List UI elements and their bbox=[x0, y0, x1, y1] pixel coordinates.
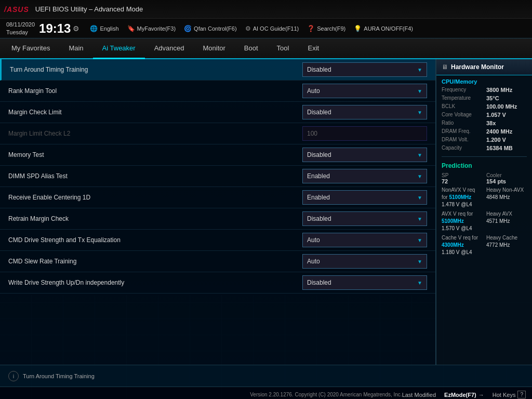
time-display: 19:13 bbox=[39, 21, 71, 36]
date: 08/11/2020 bbox=[6, 21, 35, 28]
pred-right-label-2: Heavy Cache bbox=[486, 234, 527, 242]
setting-control-5[interactable]: Enabled▼ bbox=[302, 169, 427, 183]
hw-metric-label-2: BCLK bbox=[442, 103, 482, 110]
nav-item-exit[interactable]: Exit bbox=[298, 38, 328, 59]
aioc-button[interactable]: ⚙ AI OC Guide(F11) bbox=[245, 25, 299, 32]
myfavorite-icon: 🔖 bbox=[127, 25, 135, 32]
myfavorite-button[interactable]: 🔖 MyFavorite(F3) bbox=[127, 25, 176, 32]
dropdown-2[interactable]: Disabled▼ bbox=[302, 105, 427, 119]
time-bar: 08/11/2020 Tuesday 19:13 ⚙ 🌐 English 🔖 M… bbox=[0, 19, 532, 38]
hw-divider bbox=[442, 156, 527, 157]
setting-control-0[interactable]: Disabled▼ bbox=[302, 62, 427, 77]
aioc-label: AI OC Guide(F11) bbox=[253, 25, 299, 32]
setting-label-8: CMD Drive Strength and Tx Equalization bbox=[8, 236, 302, 244]
hardware-monitor-panel: 🖥 Hardware Monitor CPU/Memory Frequency3… bbox=[436, 59, 532, 365]
aura-button[interactable]: 💡 AURA ON/OFF(F4) bbox=[354, 25, 413, 32]
aura-icon: 💡 bbox=[354, 25, 362, 32]
sp-value: 72 bbox=[442, 178, 482, 184]
header-title: UEFI BIOS Utility – Advanced Mode bbox=[35, 5, 528, 13]
setting-row-2: Margin Check LimitDisabled▼ bbox=[0, 102, 435, 123]
cooler-label: Cooler bbox=[486, 172, 527, 178]
setting-control-10[interactable]: Disabled▼ bbox=[302, 275, 427, 290]
hw-metric-value-0: 3800 MHz bbox=[486, 87, 527, 93]
info-bar: i Turn Around Timing Training bbox=[0, 365, 532, 387]
setting-label-10: Write Drive Strength Up/Dn independently bbox=[8, 279, 302, 286]
nav-menu: My Favorites Main Ai Tweaker Advanced Mo… bbox=[0, 38, 532, 59]
pred-right-value-2: 4772 MHz bbox=[486, 242, 527, 249]
nav-item-boot[interactable]: Boot bbox=[235, 38, 268, 59]
aioc-icon: ⚙ bbox=[245, 25, 251, 32]
ez-mode-button[interactable]: EzMode(F7) → bbox=[444, 392, 484, 398]
setting-label-6: Receive Enable Centering 1D bbox=[8, 194, 302, 201]
search-button[interactable]: ❓ Search(F9) bbox=[307, 25, 345, 32]
setting-row-7: Retrain Margin CheckDisabled▼ bbox=[0, 208, 435, 230]
ez-mode-label: EzMode(F7) bbox=[444, 392, 476, 398]
hot-keys-button[interactable]: Hot Keys ? bbox=[493, 391, 526, 398]
nav-item-advanced[interactable]: Advanced bbox=[145, 38, 194, 59]
dropdown-0[interactable]: Disabled▼ bbox=[302, 62, 427, 77]
nav-item-my-favorites[interactable]: My Favorites bbox=[2, 38, 59, 59]
dropdown-8[interactable]: Auto▼ bbox=[302, 233, 427, 247]
time-bar-items: 🌐 English 🔖 MyFavorite(F3) 🌀 Qfan Contro… bbox=[90, 25, 526, 32]
setting-row-5: DIMM SPD Alias TestEnabled▼ bbox=[0, 166, 435, 187]
setting-control-4[interactable]: Disabled▼ bbox=[302, 148, 427, 162]
setting-label-5: DIMM SPD Alias Test bbox=[8, 172, 302, 180]
version-text: Version 2.20.1276. Copyright (C) 2020 Am… bbox=[250, 392, 402, 397]
pred-right-value-1: 4571 MHz bbox=[486, 218, 527, 225]
header-bar: /ASUS UEFI BIOS Utility – Advanced Mode bbox=[0, 0, 532, 19]
pred-right-label-1: Heavy AVX bbox=[486, 210, 527, 218]
setting-control-2[interactable]: Disabled▼ bbox=[302, 105, 427, 119]
pred-right-value-0: 4848 MHz bbox=[486, 194, 527, 201]
nav-item-ai-tweaker[interactable]: Ai Tweaker bbox=[93, 38, 145, 59]
dropdown-6[interactable]: Enabled▼ bbox=[302, 190, 427, 205]
setting-control-6[interactable]: Enabled▼ bbox=[302, 190, 427, 205]
myfavorite-label: MyFavorite(F3) bbox=[137, 25, 176, 32]
bottom-bar-right: Last Modified EzMode(F7) → Hot Keys ? bbox=[402, 391, 526, 398]
setting-row-10: Write Drive Strength Up/Dn independently… bbox=[0, 272, 435, 294]
aura-label: AURA ON/OFF(F4) bbox=[364, 25, 413, 32]
setting-row-3: Margin Limit Check L2 bbox=[0, 123, 435, 144]
input-field-3[interactable] bbox=[302, 126, 427, 141]
nav-item-main[interactable]: Main bbox=[59, 38, 92, 59]
setting-label-3: Margin Limit Check L2 bbox=[8, 130, 302, 137]
setting-row-0: Turn Around Timing TrainingDisabled▼ bbox=[0, 59, 435, 81]
last-modified-label: Last Modified bbox=[402, 392, 436, 398]
hw-metric-value-4: 38x bbox=[486, 120, 527, 126]
dropdown-9[interactable]: Auto▼ bbox=[302, 254, 427, 269]
setting-control-9[interactable]: Auto▼ bbox=[302, 254, 427, 269]
setting-row-4: Memory TestDisabled▼ bbox=[0, 144, 435, 166]
settings-gear-icon[interactable]: ⚙ bbox=[73, 24, 79, 33]
dropdown-4[interactable]: Disabled▼ bbox=[302, 148, 427, 162]
setting-control-8[interactable]: Auto▼ bbox=[302, 233, 427, 247]
main-layout: Turn Around Timing TrainingDisabled▼Rank… bbox=[0, 59, 532, 365]
pred-left-value-2: 1.180 V @L4 bbox=[442, 249, 482, 256]
qfan-button[interactable]: 🌀 Qfan Control(F6) bbox=[184, 25, 237, 32]
hw-metric-label-5: DRAM Freq. bbox=[442, 128, 482, 135]
pred-left-value-1: 1.570 V @L4 bbox=[442, 225, 482, 232]
hw-metric-label-7: Capacity bbox=[442, 145, 482, 151]
ez-mode-arrow: → bbox=[478, 392, 484, 398]
pred-right-label-0: Heavy Non-AVX bbox=[486, 187, 527, 194]
nav-item-tool[interactable]: Tool bbox=[268, 38, 299, 59]
setting-control-3[interactable] bbox=[302, 126, 427, 141]
settings-panel: Turn Around Timing TrainingDisabled▼Rank… bbox=[0, 59, 436, 365]
setting-control-1[interactable]: Auto▼ bbox=[302, 84, 427, 98]
last-modified-button[interactable]: Last Modified bbox=[402, 392, 436, 398]
hw-metric-value-6: 1.200 V bbox=[486, 137, 527, 143]
hw-metric-label-4: Ratio bbox=[442, 120, 482, 126]
hw-monitor-title: Hardware Monitor bbox=[451, 63, 504, 71]
cooler-value: 154 pts bbox=[486, 178, 527, 184]
dropdown-10[interactable]: Disabled▼ bbox=[302, 275, 427, 290]
setting-control-7[interactable]: Disabled▼ bbox=[302, 211, 427, 226]
language-button[interactable]: 🌐 English bbox=[90, 25, 118, 32]
dropdown-7[interactable]: Disabled▼ bbox=[302, 211, 427, 226]
setting-row-8: CMD Drive Strength and Tx EqualizationAu… bbox=[0, 230, 435, 251]
dropdown-5[interactable]: Enabled▼ bbox=[302, 169, 427, 183]
pred-left-label-2: Cache V req for 4300MHz bbox=[442, 234, 482, 249]
day: Tuesday bbox=[6, 29, 35, 36]
language-label: English bbox=[100, 25, 118, 32]
nav-item-monitor[interactable]: Monitor bbox=[194, 38, 235, 59]
pred-left-label-1: AVX V req for 5100MHz bbox=[442, 210, 482, 225]
dropdown-1[interactable]: Auto▼ bbox=[302, 84, 427, 98]
hot-keys-label: Hot Keys bbox=[493, 392, 516, 398]
